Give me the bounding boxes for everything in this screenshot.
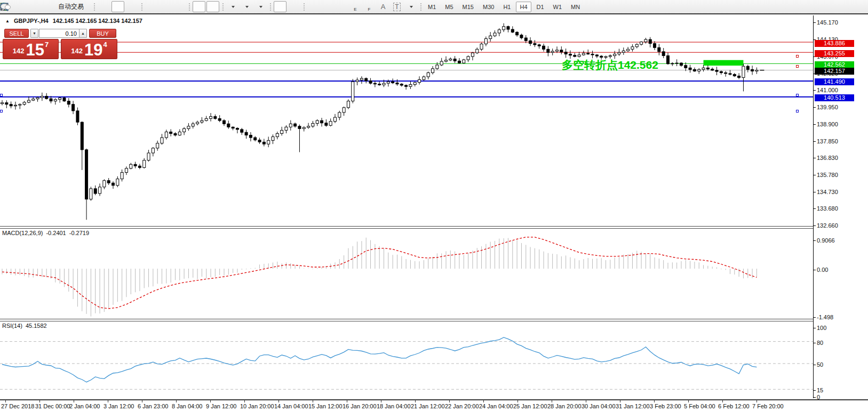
line-endpoint-marker[interactable] bbox=[0, 94, 3, 96]
buy-price-prefix: 142 bbox=[71, 47, 83, 55]
timeframe-button-w1[interactable]: W1 bbox=[550, 2, 566, 12]
timeframe-button-mn[interactable]: MN bbox=[567, 2, 584, 12]
label-tool-letter: T bbox=[393, 3, 400, 11]
zoom-out-icon[interactable] bbox=[159, 1, 172, 12]
toolbar-grip bbox=[188, 2, 190, 12]
macd-indicator-label: MACD(12,26,9) -0.2401 -0.2719 bbox=[2, 230, 89, 236]
main-chart-svg[interactable] bbox=[0, 15, 813, 226]
rsi-pane-resize-handle[interactable] bbox=[0, 319, 868, 321]
sell-price-display[interactable]: 142 15 7 bbox=[3, 39, 59, 59]
timeframe-button-m15[interactable]: M15 bbox=[459, 2, 477, 12]
chart-shift-icon[interactable] bbox=[193, 1, 205, 12]
rsi-line bbox=[2, 337, 756, 382]
time-tick-dash bbox=[244, 400, 245, 402]
rsi-scale-label: 50 bbox=[817, 361, 823, 368]
fibonacci-tool-icon[interactable]: F bbox=[363, 1, 376, 12]
templates-icon[interactable] bbox=[254, 1, 267, 12]
zoom-in-icon[interactable] bbox=[145, 1, 158, 12]
price-tick-label: 135.780 bbox=[817, 172, 838, 178]
text-tool-letter: A bbox=[381, 3, 386, 11]
gold-ingot-icon[interactable] bbox=[10, 1, 22, 12]
time-tick-label: 10 Jan 20:00 bbox=[240, 403, 274, 409]
collapse-panel-icon[interactable]: ▲ bbox=[5, 19, 10, 23]
trendline-tool-icon[interactable] bbox=[335, 1, 348, 12]
macd-pane-resize-handle[interactable] bbox=[0, 226, 868, 229]
toolbar-grip bbox=[419, 2, 422, 12]
time-tick-dash bbox=[313, 400, 313, 402]
time-tick-label: 5 Feb 04:00 bbox=[684, 403, 715, 409]
timeframe-button-h1[interactable]: H1 bbox=[499, 2, 514, 12]
macd-pane-svg[interactable] bbox=[0, 229, 813, 319]
time-tick-dash bbox=[620, 400, 620, 402]
cursor-icon[interactable] bbox=[274, 1, 286, 12]
sell-button[interactable]: SELL bbox=[4, 29, 29, 38]
time-tick-label: 30 Jan 04:00 bbox=[582, 403, 616, 409]
line-endpoint-marker[interactable] bbox=[796, 94, 799, 96]
time-tick-label: 6 Jan 23:00 bbox=[138, 403, 169, 409]
periods-icon[interactable] bbox=[240, 1, 253, 12]
auto-scroll-icon[interactable] bbox=[206, 1, 219, 12]
chat-icon[interactable] bbox=[0, 3, 11, 11]
price-tick-label: 134.730 bbox=[817, 189, 838, 195]
arrows-tool-icon[interactable] bbox=[404, 1, 417, 12]
time-tick-label: 14 Jan 04:00 bbox=[274, 403, 308, 409]
candlestick-chart-type-icon[interactable] bbox=[112, 1, 124, 12]
signal-icon[interactable] bbox=[37, 1, 50, 12]
macd-scale-label: -1.498 bbox=[817, 314, 833, 320]
rsi-scale-dash bbox=[814, 328, 816, 328]
line-endpoint-marker[interactable] bbox=[796, 65, 799, 68]
crosshair-icon[interactable] bbox=[288, 1, 300, 12]
buy-button[interactable]: BUY bbox=[89, 29, 116, 38]
line-endpoint-marker[interactable] bbox=[0, 110, 3, 112]
time-tick-label: 3 Jan 12:00 bbox=[103, 403, 134, 409]
macd-histogram bbox=[2, 238, 756, 317]
bar-chart-type-icon[interactable] bbox=[98, 1, 110, 12]
volume-increase-button[interactable]: ▲ bbox=[79, 29, 87, 38]
rsi-indicator-label: RSI(14) 45.1582 bbox=[2, 323, 47, 329]
channel-tool-letter: E bbox=[354, 7, 356, 12]
rsi-pane-svg[interactable] bbox=[0, 321, 813, 398]
volume-decrease-button[interactable]: ▼ bbox=[30, 29, 38, 38]
time-axis[interactable]: 27 Dec 201831 Dec 00:002 Jan 04:003 Jan … bbox=[0, 399, 868, 411]
label-tool-icon[interactable]: T bbox=[391, 1, 403, 12]
vertical-line-tool-icon[interactable] bbox=[307, 1, 320, 12]
time-tick-dash bbox=[39, 400, 40, 402]
time-tick-label: 18 Jan 04:00 bbox=[377, 403, 411, 409]
price-axis[interactable]: 145.170144.130143.070142.020141.000139.9… bbox=[813, 15, 868, 398]
rsi-value: 45.1582 bbox=[26, 323, 47, 329]
publish-icon[interactable] bbox=[23, 1, 36, 12]
chevron-down-icon bbox=[259, 6, 262, 8]
tile-windows-icon[interactable] bbox=[173, 1, 186, 12]
price-tick-label: 133.680 bbox=[817, 205, 838, 212]
level-price-label-141.490: 141.490 bbox=[815, 78, 854, 85]
volume-input[interactable] bbox=[39, 29, 79, 38]
sell-price-big: 15 bbox=[26, 43, 44, 57]
horizontal-line-tool-icon[interactable] bbox=[321, 1, 334, 12]
buy-price-display[interactable]: 142 19 4 bbox=[61, 39, 117, 59]
time-tick-dash bbox=[278, 400, 279, 402]
time-tick-dash bbox=[142, 400, 142, 402]
line-chart-type-icon[interactable] bbox=[125, 1, 138, 12]
macd-scale-dash bbox=[814, 240, 816, 241]
time-tick-dash bbox=[688, 400, 689, 402]
timeframe-button-d1[interactable]: D1 bbox=[533, 2, 548, 12]
timeframe-button-m30[interactable]: M30 bbox=[479, 2, 498, 12]
timeframe-button-h4[interactable]: H4 bbox=[516, 2, 531, 12]
level-price-label-143.886: 143.886 bbox=[815, 40, 854, 47]
timeframe-button-m1[interactable]: M1 bbox=[424, 2, 440, 12]
toolbar-grip bbox=[302, 2, 305, 12]
price-tick-label: 141.000 bbox=[817, 87, 838, 93]
price-tick-dash bbox=[814, 22, 816, 23]
time-tick-label: 31 Jan 12:00 bbox=[616, 403, 650, 409]
timeframe-button-m5[interactable]: M5 bbox=[441, 2, 457, 12]
line-endpoint-marker[interactable] bbox=[796, 110, 799, 112]
autotrade-button[interactable]: 自动交易 bbox=[51, 1, 91, 12]
toolbar-grip bbox=[221, 2, 224, 12]
price-tick-dash bbox=[814, 107, 816, 108]
line-endpoint-marker[interactable] bbox=[796, 55, 799, 58]
new-chart-icon[interactable] bbox=[226, 1, 239, 12]
time-tick-label: 31 Dec 00:00 bbox=[35, 403, 70, 409]
text-tool-icon[interactable]: A bbox=[377, 1, 389, 12]
current-price-label: 142.157 bbox=[815, 68, 854, 75]
channel-tool-icon[interactable]: E bbox=[349, 1, 362, 12]
